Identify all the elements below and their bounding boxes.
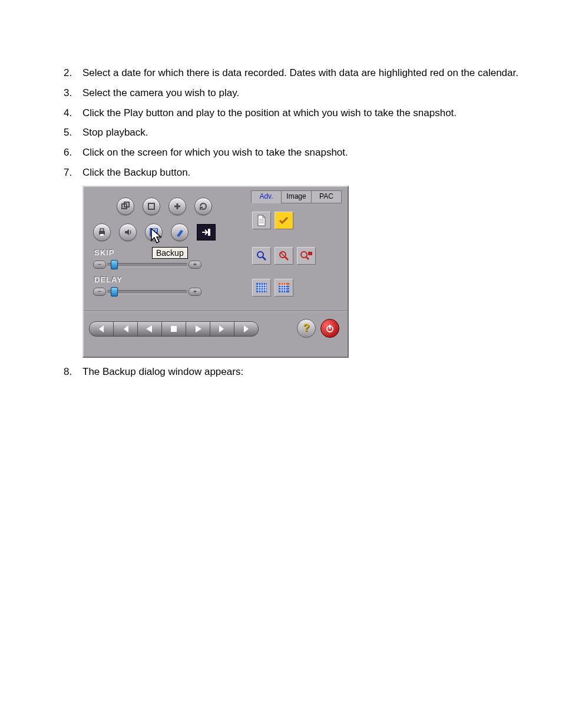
step-text: Stop playback.	[82, 126, 527, 140]
multi-window-icon[interactable]	[117, 197, 134, 215]
calendar-grid-icon[interactable]	[252, 279, 271, 297]
zoom-in-icon[interactable]	[168, 197, 186, 215]
tab-pac[interactable]: PAC	[311, 190, 342, 203]
timeline-grid-icon[interactable]	[275, 279, 293, 297]
search-icon[interactable]	[252, 247, 271, 265]
step-number: 2.	[64, 66, 82, 80]
svg-rect-18	[171, 326, 177, 332]
step-number: 8.	[64, 365, 82, 379]
export-icon[interactable]	[197, 224, 216, 241]
backup-save-icon[interactable]	[145, 223, 163, 241]
instruction-steps: 2. Select a date for which there is data…	[64, 66, 527, 385]
last-frame-icon[interactable]	[234, 321, 259, 337]
toolbar-row-1	[117, 197, 212, 215]
step-number: 6.	[64, 146, 82, 160]
slider-thumb[interactable]	[111, 260, 118, 269]
step-number: 7.	[64, 166, 82, 180]
svg-rect-4	[100, 229, 104, 231]
panel-divider	[84, 311, 348, 312]
step-3: 3. Select the camera you wish to play.	[64, 86, 527, 100]
play-icon[interactable]	[186, 321, 210, 337]
svg-point-13	[301, 252, 307, 258]
stop-icon[interactable]	[161, 321, 186, 337]
step-text: Click the Play button and play to the po…	[82, 106, 527, 120]
playback-bar	[90, 321, 259, 337]
svg-rect-10	[208, 229, 210, 236]
help-button[interactable]: ?	[297, 319, 316, 338]
skip-label: SKIP	[94, 248, 114, 257]
step-number: 5.	[64, 126, 82, 140]
search-negative-icon[interactable]	[275, 247, 293, 265]
print-icon[interactable]	[93, 223, 111, 241]
step-text: Select a date for which there is data re…	[82, 66, 527, 80]
playback-control-panel: Backup SKIP − + DELAY − + Adv. Image PAC	[82, 186, 349, 358]
smart-search-icon[interactable]	[297, 247, 316, 265]
delay-slider[interactable]: − +	[94, 287, 200, 295]
step-number: 4.	[64, 106, 82, 120]
step-text: The Backup dialog window appears:	[82, 365, 527, 379]
step-2: 2. Select a date for which there is data…	[64, 66, 527, 80]
step-7: 7. Click the Backup button.	[64, 166, 527, 180]
step-number: 3.	[64, 86, 82, 100]
svg-rect-2	[148, 203, 154, 209]
help-icon: ?	[303, 322, 310, 334]
slider-track	[107, 263, 187, 267]
reverse-play-icon[interactable]	[137, 321, 162, 337]
svg-rect-9	[154, 229, 156, 231]
step-4: 4. Click the Play button and play to the…	[64, 106, 527, 120]
step-8: 8. The Backup dialog window appears:	[64, 365, 527, 379]
tab-image[interactable]: Image	[281, 190, 312, 203]
bookmark-icon[interactable]	[171, 223, 189, 241]
power-icon	[325, 324, 335, 333]
check-icon[interactable]	[275, 212, 293, 229]
document-icon[interactable]	[252, 212, 271, 229]
delay-label: DELAY	[94, 275, 123, 284]
svg-rect-5	[100, 234, 104, 236]
svg-point-11	[257, 252, 263, 258]
skip-minus-icon[interactable]: −	[93, 261, 106, 269]
toolbar-row-2	[93, 223, 216, 241]
first-frame-icon[interactable]	[89, 321, 114, 337]
step-6: 6. Click on the screen for which you wis…	[64, 146, 527, 160]
step-text: Click on the screen for which you wish t…	[82, 146, 527, 160]
skip-slider[interactable]: − +	[94, 260, 200, 268]
power-button[interactable]	[320, 319, 339, 338]
backup-tooltip: Backup	[152, 247, 188, 259]
svg-rect-17	[279, 283, 289, 285]
svg-rect-7	[151, 229, 157, 232]
tab-bar: Adv. Image PAC	[252, 190, 342, 203]
prev-frame-icon[interactable]	[113, 321, 138, 337]
slider-thumb[interactable]	[111, 287, 118, 297]
refresh-icon[interactable]	[194, 197, 212, 215]
slider-track	[107, 290, 187, 294]
svg-rect-14	[308, 252, 312, 255]
fullscreen-icon[interactable]	[143, 197, 160, 215]
delay-plus-icon[interactable]: +	[189, 288, 201, 296]
svg-rect-8	[151, 233, 156, 236]
delay-minus-icon[interactable]: −	[93, 288, 106, 296]
tab-adv[interactable]: Adv.	[251, 190, 282, 203]
skip-plus-icon[interactable]: +	[189, 261, 201, 269]
next-frame-icon[interactable]	[210, 321, 234, 337]
step-5: 5. Stop playback.	[64, 126, 527, 140]
step-text: Select the camera you wish to play.	[82, 86, 527, 100]
audio-icon[interactable]	[119, 223, 137, 241]
screenshot-figure: Backup SKIP − + DELAY − + Adv. Image PAC	[82, 186, 527, 358]
step-text: Click the Backup button.	[82, 166, 527, 180]
